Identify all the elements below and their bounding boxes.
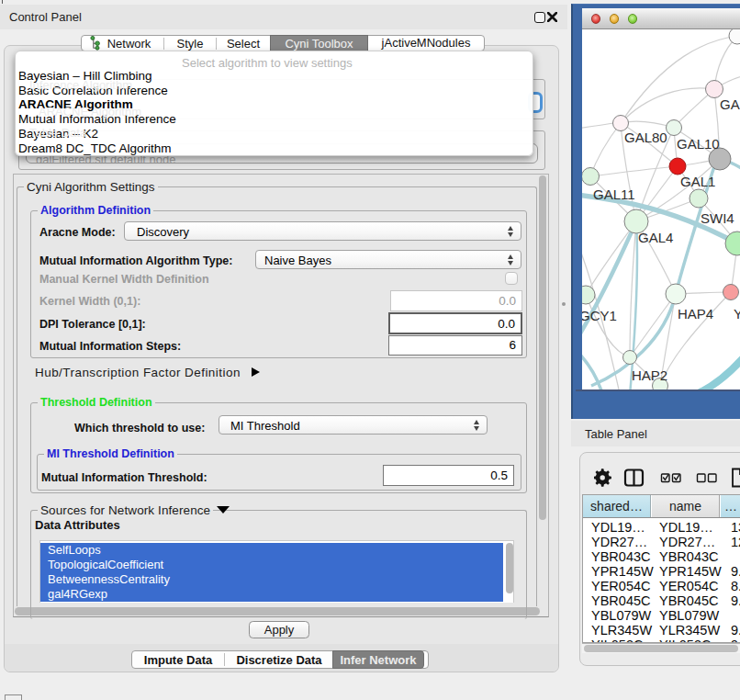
svg-text:GCY1: GCY1 xyxy=(582,308,617,323)
svg-text:YJL2: YJL2 xyxy=(734,306,740,322)
svg-text:GAL10: GAL10 xyxy=(677,136,720,152)
svg-text:GAL11: GAL11 xyxy=(593,186,635,202)
svg-text:GAL1: GAL1 xyxy=(680,174,715,189)
svg-text:GAL80: GAL80 xyxy=(624,130,667,145)
svg-text:GAL2: GAL2 xyxy=(720,96,740,112)
svg-text:HAP2: HAP2 xyxy=(632,367,667,383)
svg-text:HAP4: HAP4 xyxy=(678,306,713,322)
svg-text:SWI4: SWI4 xyxy=(701,210,734,226)
svg-text:GAL4: GAL4 xyxy=(638,230,673,245)
